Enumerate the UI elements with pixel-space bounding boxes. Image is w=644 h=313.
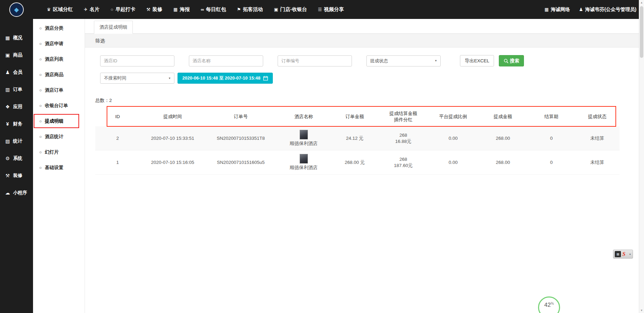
- hotel-name-input[interactable]: [189, 55, 263, 66]
- search-button[interactable]: 搜索: [499, 55, 524, 66]
- col-header-order: 订单号: [205, 107, 276, 126]
- table-wrap: ID 提成时间 订单号 酒店名称 订单金额 提成结算金额 插件分红 平台提成比例…: [95, 107, 620, 175]
- filter-body: 提成状态 ▼ 导出EXCEL 搜索 不搜索时间 ▼: [85, 48, 639, 89]
- topnav-item-customer-activity[interactable]: ⚑ 拓客活动: [232, 0, 269, 19]
- hotel-image: [300, 130, 308, 139]
- table-row: 2 2020-07-10 15:33:51 SN20200710153351T8…: [95, 126, 620, 150]
- members-icon: ♟: [5, 70, 10, 75]
- cell-period: 0: [528, 150, 575, 175]
- scroll-up-icon[interactable]: ▲: [639, 1, 644, 4]
- search-icon: [504, 59, 508, 63]
- rail-item-overview[interactable]: ▦ 概况: [0, 29, 33, 46]
- circle-icon: ○: [39, 41, 42, 46]
- sidebar-item-hotel-list[interactable]: ○ 酒店列表: [33, 51, 85, 67]
- sidebar-item-hotel-goods[interactable]: ○ 酒店商品: [33, 67, 85, 82]
- scrollbar-thumb[interactable]: [640, 6, 643, 58]
- rail-item-orders[interactable]: ▥ 订单: [0, 81, 33, 98]
- sidebar-item-hotel-statistics[interactable]: ○ 酒店统计: [33, 129, 85, 144]
- brand-logo[interactable]: ◆: [9, 2, 24, 17]
- col-header-ratio: 平台提成比例: [428, 107, 478, 126]
- topnav-label: 名片: [90, 6, 100, 13]
- sidebar-label: 酒店分类: [45, 25, 63, 31]
- plugin-dividend: 187.60元: [380, 163, 427, 169]
- select-value: 提成状态: [370, 58, 388, 64]
- cloud-icon: ☁: [5, 190, 10, 196]
- cart-icon: ▥: [5, 87, 10, 92]
- hotel-name: 顺德保利酒店: [278, 140, 330, 147]
- sidebar-label: 收银台订单: [45, 103, 68, 109]
- circle-icon: ○: [39, 88, 42, 93]
- commission-table: ID 提成时间 订单号 酒店名称 订单金额 提成结算金额 插件分红 平台提成比例…: [95, 107, 620, 175]
- table-header-row: ID 提成时间 订单号 酒店名称 订单金额 提成结算金额 插件分红 平台提成比例…: [95, 107, 620, 126]
- topnav-item-decoration[interactable]: ⚒ 装修: [141, 0, 168, 19]
- topnav-label: 区域分红: [53, 6, 73, 13]
- wrench-icon: ⚒: [5, 173, 10, 178]
- rail-item-decoration[interactable]: ⚒ 装修: [0, 167, 33, 184]
- flag-icon: ⚑: [237, 7, 241, 12]
- cell-hotel: 顺德保利酒店: [276, 150, 331, 175]
- rail-item-goods[interactable]: ▣ 商品: [0, 46, 33, 64]
- settlement-amount: 268: [380, 156, 427, 163]
- progress-value: 42: [544, 302, 551, 309]
- sidebar-item-slideshow[interactable]: ○ 幻灯片: [33, 144, 85, 160]
- cell-order-no: SN20200710151605u5: [205, 150, 276, 175]
- topnav-item-poster[interactable]: ▦ 海报: [168, 0, 195, 19]
- brand-shield-icon: ◆: [14, 6, 19, 13]
- monitor-icon: ▣: [274, 7, 278, 12]
- topnav-item-early-checkin[interactable]: ○ 早起打卡: [105, 0, 141, 19]
- circle-icon: ○: [39, 150, 42, 155]
- circle-icon: ○: [39, 103, 42, 108]
- sidebar-item-commission-detail[interactable]: ○ 提成明细: [33, 113, 80, 129]
- cell-status: 未结算: [575, 126, 620, 150]
- sidebar-item-cashier-orders[interactable]: ○ 收银台订单: [33, 98, 85, 113]
- scroll-down-icon[interactable]: ▼: [639, 309, 644, 312]
- image-icon: ▦: [173, 7, 178, 12]
- col-header-settlement: 提成结算金额 插件分红: [378, 107, 428, 126]
- date-range-button[interactable]: 2020-06-10 15:48 至 2020-07-10 15:48: [178, 73, 273, 84]
- chevron-down-icon: ▼: [168, 77, 171, 80]
- time-filter-select[interactable]: 不搜索时间 ▼: [100, 73, 174, 84]
- sidebar-item-basic-settings[interactable]: ○ 基础设置: [33, 160, 85, 175]
- input-method-toolbar[interactable]: ▦ S ▼: [613, 250, 633, 259]
- export-excel-button[interactable]: 导出EXCEL: [460, 55, 494, 66]
- cell-id: 2: [95, 126, 140, 150]
- hotel-id-input[interactable]: [100, 55, 174, 66]
- topnav-label: 门店-收银台: [280, 6, 307, 13]
- plugin-dividend: 16.88元: [380, 138, 427, 145]
- sidebar-item-hotel-category[interactable]: ○ 酒店分类: [33, 20, 85, 36]
- rail-item-mini-program[interactable]: ☁ 小程序: [0, 184, 33, 201]
- left-rail: ▦ 概况 ▣ 商品 ♟ 会员 ▥ 订单 ❖ 应用 ¥ 财务 ▨ 统计 ⚙ 系统 …: [0, 19, 33, 313]
- topnav-item-business-card[interactable]: ✈ 名片: [78, 0, 105, 19]
- rail-item-members[interactable]: ♟ 会员: [0, 64, 33, 81]
- cell-ratio: 0.00: [428, 150, 478, 175]
- select-value: 不搜索时间: [104, 75, 126, 81]
- chevron-down-icon[interactable]: ▼: [629, 253, 631, 255]
- rail-label: 系统: [13, 155, 22, 161]
- rail-item-system[interactable]: ⚙ 系统: [0, 150, 33, 167]
- topnav-item-video-share[interactable]: ☰ 视频分享: [312, 0, 350, 19]
- rail-item-finance[interactable]: ¥ 财务: [0, 115, 33, 133]
- topnav-item-daily-redpacket[interactable]: ∞ 每日红包: [195, 0, 231, 19]
- topnav-item-region-dividend[interactable]: ♛ 区域分红: [41, 0, 78, 19]
- workspace-switcher[interactable]: ▦ 海诚网络: [545, 7, 570, 13]
- sidebar-item-hotel-orders[interactable]: ○ 酒店订单: [33, 82, 85, 98]
- cell-time: 2020-07-10 15:16:05: [140, 150, 206, 175]
- rail-label: 订单: [13, 86, 22, 93]
- sidebar-item-hotel-apply[interactable]: ○ 酒店申请: [33, 36, 85, 51]
- commission-status-select[interactable]: 提成状态 ▼: [366, 55, 441, 66]
- cell-commission: 268.00: [478, 150, 528, 175]
- goods-icon: ▣: [5, 52, 10, 58]
- circle-icon: ○: [39, 57, 42, 62]
- rail-item-statistics[interactable]: ▨ 统计: [0, 133, 33, 150]
- account-menu[interactable]: ♟ 海诚韦芬(公众号管理员): [579, 7, 636, 13]
- order-no-input[interactable]: [278, 55, 352, 66]
- tab-hotel-commission-detail[interactable]: 酒店提成明细: [94, 21, 133, 34]
- page-scrollbar[interactable]: ▲ ▼: [639, 0, 644, 313]
- topnav-label: 装修: [152, 6, 162, 13]
- filter-title: 筛选: [85, 34, 639, 48]
- circle-icon: ○: [39, 119, 42, 124]
- circle-icon: ○: [39, 134, 42, 139]
- cell-time: 2020-07-10 15:33:51: [140, 126, 206, 150]
- rail-item-apps[interactable]: ❖ 应用: [0, 98, 33, 115]
- topnav-item-store-cashier[interactable]: ▣ 门店-收银台: [268, 0, 312, 19]
